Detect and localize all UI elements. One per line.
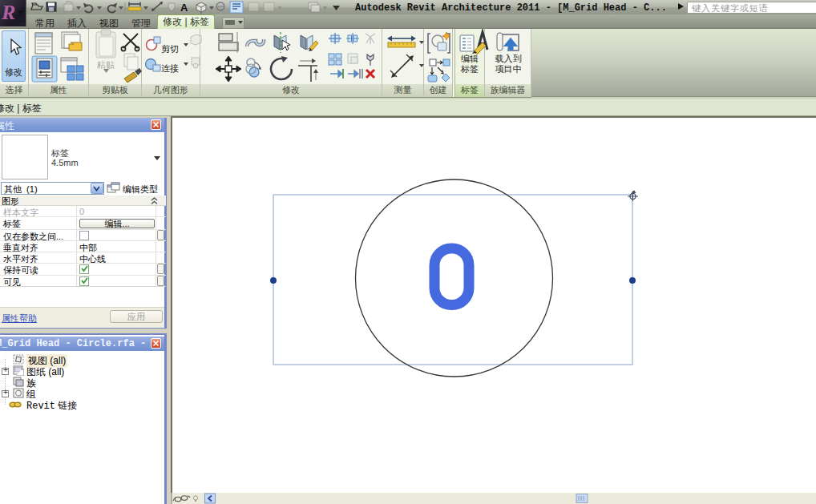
svg-text:A: A — [180, 2, 188, 14]
